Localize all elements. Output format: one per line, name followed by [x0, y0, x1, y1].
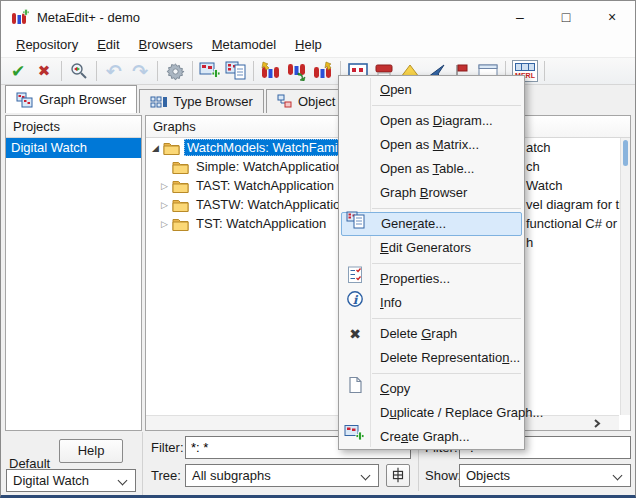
vertical-scrollbar[interactable] — [620, 138, 630, 415]
tree-label[interactable]: TST: WatchApplication — [193, 215, 329, 232]
menu-edit[interactable]: Edit — [89, 35, 127, 55]
main-area: Projects Digital Watch Graphs WatchModel… — [1, 113, 635, 432]
show-select[interactable]: Objects — [459, 464, 631, 487]
chevron-down-icon — [613, 471, 623, 481]
menu-browsers[interactable]: Browsers — [131, 35, 201, 55]
undo-button[interactable] — [101, 59, 127, 83]
clipped-description-text: vel diagram for th — [526, 197, 626, 212]
expand-all-icon — [389, 466, 407, 484]
object-browser-tab-icon — [277, 94, 293, 109]
save-repository-button[interactable] — [310, 59, 336, 83]
tab-type-browser[interactable]: Type Browser — [139, 89, 263, 113]
context-menu-item-open-as-diagram[interactable]: Open as Diagram... — [339, 109, 524, 133]
context-menu: Open Open as Diagram... Open as Matrix..… — [338, 75, 525, 450]
menu-bar: Repository Edit Browsers Metamodel Help — [1, 33, 635, 58]
expander-closed-icon[interactable] — [158, 181, 171, 191]
show-label: Show: — [425, 468, 461, 483]
context-menu-item-info[interactable]: i Info — [339, 291, 524, 315]
toolbar-separator — [157, 61, 158, 81]
expander-closed-icon[interactable] — [158, 200, 171, 210]
context-menu-item-open[interactable]: Open — [339, 78, 524, 102]
context-menu-item-edit-generators[interactable]: Edit Generators — [339, 236, 524, 260]
expand-tree-button[interactable] — [386, 464, 410, 487]
type-browser-tab-icon — [150, 95, 168, 109]
clipped-description-text: ch — [526, 159, 540, 174]
folder-icon — [172, 160, 189, 174]
context-menu-item-copy[interactable]: Copy — [339, 377, 524, 401]
context-menu-item-open-as-table[interactable]: Open as Table... — [339, 157, 524, 181]
tree-label[interactable]: TAST: WatchApplication — [193, 177, 337, 194]
app-logo-icon — [11, 8, 29, 26]
project-item-digital-watch[interactable]: Digital Watch — [6, 138, 141, 158]
project-select[interactable]: Digital Watch — [6, 469, 136, 492]
show-select-value: Objects — [466, 468, 510, 483]
menu-separator — [372, 208, 521, 209]
delete-icon — [344, 322, 366, 347]
projects-panel: Projects Digital Watch — [5, 115, 142, 431]
bottom-bar: Help Default Digital Watch Filter: Tree:… — [1, 432, 635, 495]
tree-label[interactable]: WatchModels: WatchFamily — [184, 139, 350, 156]
graph-browser-button[interactable] — [223, 59, 249, 83]
redo-button[interactable] — [127, 59, 153, 83]
abandon-button[interactable] — [31, 59, 57, 83]
toolbar-separator — [253, 61, 254, 81]
toolbar: MERL — [1, 58, 635, 85]
help-button[interactable]: Help — [59, 439, 123, 463]
maximize-button[interactable]: □ — [543, 1, 589, 33]
browser-tabs: Graph Browser Type Browser Object Browse… — [1, 85, 635, 113]
clipped-description-text: atch — [526, 140, 551, 155]
folder-icon — [172, 179, 189, 193]
create-graph-icon — [344, 424, 366, 451]
login-button[interactable] — [258, 59, 284, 83]
toolbar-separator — [61, 61, 62, 81]
menu-separator — [372, 263, 521, 264]
tree-label[interactable]: Simple: WatchApplication — [193, 158, 346, 175]
close-button[interactable]: × — [589, 1, 635, 33]
tree-label: Tree: — [151, 468, 181, 483]
context-menu-item-delete-representation[interactable]: Delete Representation... — [339, 346, 524, 370]
window-title: MetaEdit+ - demo — [37, 10, 140, 25]
settings-button[interactable] — [162, 59, 188, 83]
generate-icon — [345, 211, 367, 237]
tree-select[interactable]: All subgraphs — [185, 464, 379, 487]
project-select-value: Digital Watch — [13, 473, 89, 488]
menu-separator — [372, 318, 521, 319]
clipped-description-text: h — [526, 235, 533, 250]
tree-label[interactable]: TASTW: WatchApplication — [193, 196, 350, 213]
minimize-button[interactable]: – — [497, 1, 543, 33]
menu-help[interactable]: Help — [287, 35, 330, 55]
clipped-description-text: functional C# or — [526, 216, 617, 231]
vertical-scrollbar-thumb[interactable] — [623, 140, 628, 166]
expander-closed-icon[interactable] — [158, 219, 171, 229]
menu-separator — [372, 373, 521, 374]
context-menu-item-open-as-matrix[interactable]: Open as Matrix... — [339, 133, 524, 157]
context-menu-item-create-graph[interactable]: Create Graph... — [339, 425, 524, 449]
filter-label: Filter: — [151, 440, 184, 455]
toolbar-separator — [544, 61, 545, 81]
folder-icon — [163, 141, 180, 155]
context-menu-item-delete-graph[interactable]: Delete Graph — [339, 322, 524, 346]
info-icon: i — [344, 290, 366, 316]
context-menu-item-graph-browser[interactable]: Graph Browser — [339, 181, 524, 205]
search-button[interactable] — [66, 59, 92, 83]
copy-icon — [344, 376, 366, 402]
folder-icon — [172, 217, 189, 231]
context-menu-item-properties[interactable]: Properties... — [339, 267, 524, 291]
toolbar-separator — [96, 61, 97, 81]
commit-button[interactable] — [5, 59, 31, 83]
menu-repository[interactable]: Repository — [8, 35, 86, 55]
tab-graph-browser[interactable]: Graph Browser — [5, 85, 137, 113]
tab-type-browser-label: Type Browser — [173, 94, 252, 109]
folder-icon — [172, 198, 189, 212]
logout-button[interactable] — [284, 59, 310, 83]
title-bar: MetaEdit+ - demo – □ × — [1, 1, 635, 33]
expander-open-icon[interactable] — [149, 143, 162, 153]
graph-browser-tab-icon — [16, 92, 34, 108]
properties-icon — [344, 266, 366, 292]
clipped-description-text: Watch — [526, 178, 562, 193]
new-graph-button[interactable] — [197, 59, 223, 83]
context-menu-item-duplicate-replace-graph[interactable]: Duplicate / Replace Graph... — [339, 401, 524, 425]
scroll-right-arrow-icon[interactable] — [589, 417, 605, 429]
menu-metamodel[interactable]: Metamodel — [204, 35, 284, 55]
context-menu-item-generate[interactable]: Generate... — [341, 212, 522, 236]
